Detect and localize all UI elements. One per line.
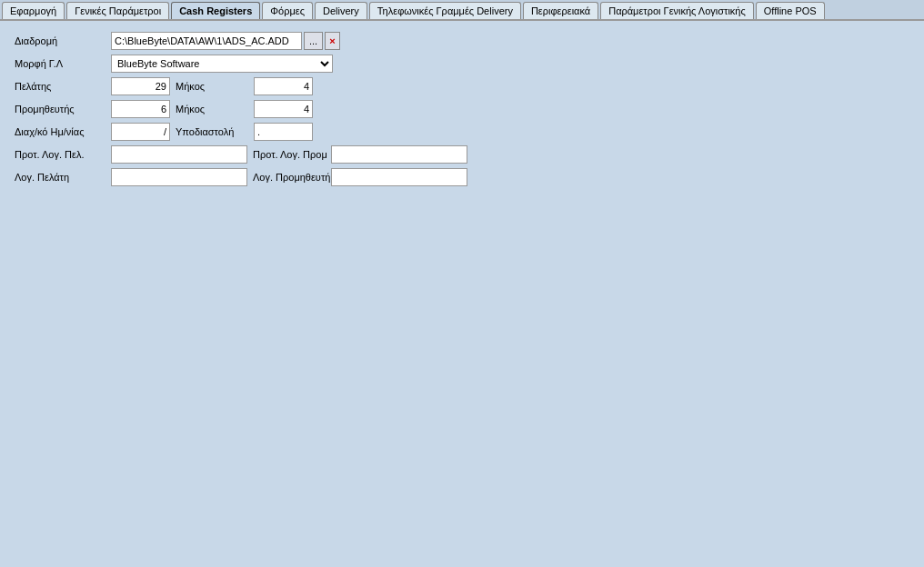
prot-log-pel-input[interactable] — [111, 145, 247, 164]
morfi-gl-row: Μορφή Γ.Λ BlueByte Software — [15, 55, 909, 73]
pelatis-input[interactable] — [111, 77, 170, 95]
log-pelati-input[interactable] — [111, 168, 247, 186]
prot-log-row: Προτ. Λογ. Πελ. Προτ. Λογ. Προμ — [15, 145, 909, 164]
promitheftis-row: Προμηθευτής Μήκος — [15, 100, 909, 118]
prot-log-pel-label: Προτ. Λογ. Πελ. — [15, 149, 105, 160]
tab-formes[interactable]: Φόρμες — [262, 2, 313, 19]
browse-button[interactable]: ... — [304, 32, 323, 50]
diadromi-row: Διαδρομή ... × — [15, 32, 909, 50]
clear-button[interactable]: × — [325, 32, 339, 50]
tab-bar: Εφαρμογή Γενικές Παράμετροι Cash Registe… — [0, 0, 924, 21]
tab-cash-registers[interactable]: Cash Registers — [171, 2, 260, 19]
prot-log-prom-input[interactable] — [331, 145, 467, 164]
tab-genikes-parametroi[interactable]: Γενικές Παράμετροι — [66, 2, 169, 19]
tab-parametroi-genikes[interactable]: Παράμετροι Γενικής Λογιστικής — [600, 2, 754, 19]
log-row: Λογ. Πελάτη Λογ. Προμηθευτή — [15, 168, 909, 186]
tab-tilef-grammes[interactable]: Τηλεφωνικές Γραμμές Delivery — [369, 2, 521, 19]
mikos-label1: Μήκος — [176, 81, 248, 92]
morfi-gl-select[interactable]: BlueByte Software — [111, 55, 333, 73]
tab-perifereiaka[interactable]: Περιφερειακά — [523, 2, 598, 19]
diaxiko-row: Διαχ/κό Ημ/νίας Υποδιαστολή — [15, 123, 909, 141]
diadromi-label: Διαδρομή — [15, 35, 105, 46]
ypodiast-label: Υποδιαστολή — [176, 126, 248, 137]
pelatis-label: Πελάτης — [15, 81, 105, 92]
promitheftis-input[interactable] — [111, 100, 170, 118]
diadromi-input[interactable] — [111, 32, 302, 50]
diaxiko-input[interactable] — [111, 123, 170, 141]
tab-delivery[interactable]: Delivery — [315, 2, 367, 19]
log-promefti-input[interactable] — [331, 168, 467, 186]
morfi-gl-select-group: BlueByte Software — [111, 55, 333, 73]
diaxiko-label: Διαχ/κό Ημ/νίας — [15, 126, 105, 137]
mikos-input2[interactable] — [254, 100, 313, 118]
morfi-gl-label: Μορφή Γ.Λ — [15, 58, 105, 69]
mikos-input1[interactable] — [254, 77, 313, 95]
tab-efarmogi[interactable]: Εφαρμογή — [2, 2, 65, 19]
promitheftis-label: Προμηθευτής — [15, 104, 105, 114]
pelatis-row: Πελάτης Μήκος — [15, 77, 909, 95]
diadromi-path-group: ... × — [111, 32, 340, 50]
mikos-label2: Μήκος — [176, 104, 248, 114]
ypodiast-input[interactable] — [254, 123, 313, 141]
log-pelati-label: Λογ. Πελάτη — [15, 172, 105, 183]
prot-log-prom-label: Προτ. Λογ. Προμ — [253, 149, 326, 160]
log-promefti-label: Λογ. Προμηθευτή — [253, 172, 326, 183]
tab-offline-pos[interactable]: Offline POS — [756, 2, 825, 19]
content-area: Διαδρομή ... × Μορφή Γ.Λ BlueByte Softwa… — [0, 21, 924, 557]
